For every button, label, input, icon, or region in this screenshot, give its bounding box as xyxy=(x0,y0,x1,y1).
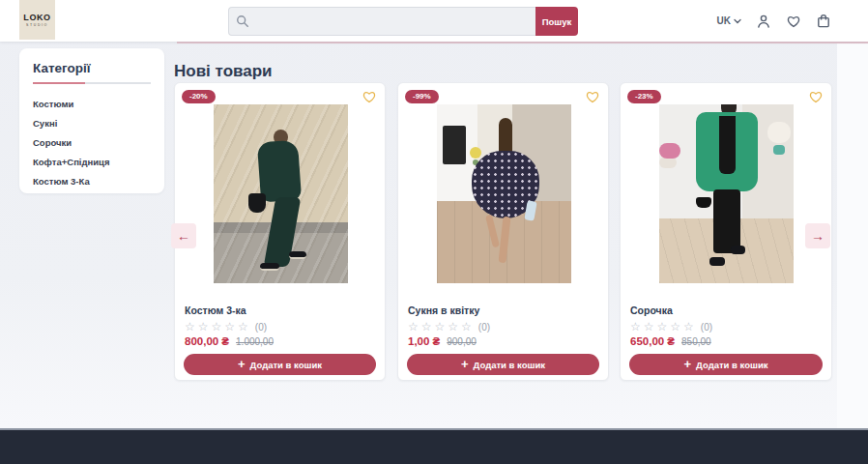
old-price: 900,00 xyxy=(447,336,477,347)
loafer xyxy=(709,257,725,266)
old-price: 1.000,00 xyxy=(236,336,274,347)
product-rating: ☆☆☆☆☆ (0) xyxy=(185,320,267,334)
carousel-edge xyxy=(837,44,868,428)
page-title: Нові товари xyxy=(174,62,273,81)
plus-icon: + xyxy=(683,359,691,370)
product-card: -23% Сорочка ☆☆☆☆☆ (0) 650,00 ₴ 850,00 +… xyxy=(620,82,832,381)
discount-badge: -20% xyxy=(182,90,216,103)
star-icon: ☆ xyxy=(448,320,458,334)
language-selector[interactable]: UK xyxy=(717,15,741,26)
loafer xyxy=(731,246,745,254)
add-to-cart-button[interactable]: + Додати в кошик xyxy=(184,354,376,375)
star-icon: ☆ xyxy=(224,320,235,334)
categories-list: Костюми Сукні Сорочки Кофта+Спідниця Кос… xyxy=(33,95,151,191)
add-to-cart-label: Додати в кошик xyxy=(250,360,322,370)
add-to-cart-button[interactable]: + Додати в кошик xyxy=(407,354,599,375)
current-price: 650,00 ₴ xyxy=(630,335,675,347)
star-icon: ☆ xyxy=(212,320,222,334)
categories-panel: Категорії Костюми Сукні Сорочки Кофта+Сп… xyxy=(19,48,164,193)
chevron-down-icon xyxy=(734,18,741,24)
discount-badge: -23% xyxy=(627,90,661,103)
star-icon: ☆ xyxy=(238,320,248,334)
header-actions: UK xyxy=(717,0,831,42)
star-icon: ☆ xyxy=(630,320,641,334)
flower-vase xyxy=(470,147,481,159)
handbag xyxy=(248,193,266,213)
search-bar: Пошук xyxy=(228,7,578,36)
product-photo[interactable] xyxy=(214,104,348,283)
model-legs xyxy=(499,217,511,264)
star-icon: ☆ xyxy=(421,320,432,334)
wishlist-heart-icon[interactable] xyxy=(808,89,824,104)
wishlist-heart-icon[interactable] xyxy=(585,89,600,104)
sneaker xyxy=(260,263,279,271)
logo-text: LOKO xyxy=(23,13,50,22)
product-photo[interactable] xyxy=(659,104,794,283)
star-icon: ☆ xyxy=(435,320,446,334)
plus-icon: + xyxy=(461,359,469,370)
tv-screen xyxy=(443,126,466,164)
page-footer xyxy=(0,428,868,464)
current-price: 800,00 ₴ xyxy=(185,335,229,347)
product-card: -20% Костюм 3-ка ☆☆☆☆☆ (0) 800,00 ₴ 1.00… xyxy=(174,82,386,381)
product-title[interactable]: Сукня в квітку xyxy=(408,304,479,316)
header-shadow xyxy=(177,42,868,44)
price-row: 650,00 ₴ 850,00 xyxy=(630,335,711,347)
sidebar-item-sorochky[interactable]: Сорочки xyxy=(33,133,151,153)
star-icon: ☆ xyxy=(185,320,195,334)
star-icon: ☆ xyxy=(683,320,694,334)
wishlist-heart-icon[interactable] xyxy=(362,89,377,104)
sidebar-item-kofta-spidnytsia[interactable]: Кофта+Спідниця xyxy=(33,153,151,172)
top-header: LOKO STUDIO Пошук UK xyxy=(0,0,868,42)
search-input[interactable] xyxy=(228,7,535,36)
star-icon: ☆ xyxy=(408,320,419,334)
handbag xyxy=(696,197,711,208)
wishlist-icon[interactable] xyxy=(786,14,801,29)
add-to-cart-label: Додати в кошик xyxy=(474,360,545,370)
product-title[interactable]: Костюм 3-ка xyxy=(185,304,246,316)
star-icon: ☆ xyxy=(461,320,472,334)
rating-count: (0) xyxy=(255,322,267,333)
tulip-bouquet xyxy=(767,122,791,143)
price-row: 1,00 ₴ 900,00 xyxy=(408,335,477,347)
categories-title: Категорії xyxy=(33,61,151,75)
account-icon[interactable] xyxy=(756,14,771,29)
sidebar-item-kostyumy[interactable]: Костюми xyxy=(33,95,151,114)
model-leg xyxy=(485,215,500,248)
star-icon: ☆ xyxy=(198,320,209,334)
discount-badge: -99% xyxy=(405,90,439,103)
black-top xyxy=(719,116,736,174)
current-price: 1,00 ₴ xyxy=(408,335,440,347)
sidebar-item-sukni[interactable]: Сукні xyxy=(33,114,151,133)
store-logo[interactable]: LOKO STUDIO xyxy=(19,0,55,40)
star-icon: ☆ xyxy=(657,320,668,334)
product-rating: ☆☆☆☆☆ (0) xyxy=(408,320,490,334)
categories-divider xyxy=(33,82,151,84)
add-to-cart-button[interactable]: + Додати в кошик xyxy=(629,354,823,375)
carousel-next-button[interactable]: → xyxy=(805,223,830,248)
star-icon: ☆ xyxy=(670,320,680,334)
carousel-prev-button[interactable]: ← xyxy=(171,223,196,248)
logo-subtext: STUDIO xyxy=(26,22,48,28)
product-rating: ☆☆☆☆☆ (0) xyxy=(630,320,712,334)
clutch-bag xyxy=(524,200,536,220)
product-title[interactable]: Сорочка xyxy=(630,304,673,316)
product-card: -99% Сукня в квітку ☆☆☆☆☆ (0) 1,00 ₴ 900… xyxy=(397,82,609,381)
flowers-left xyxy=(659,143,680,159)
search-button[interactable]: Пошук xyxy=(535,7,578,36)
rating-count: (0) xyxy=(701,322,712,333)
arrow-right-icon: → xyxy=(811,228,825,244)
sidebar-item-kostyum-3ka[interactable]: Костюм 3-Ка xyxy=(33,172,151,191)
old-price: 850,00 xyxy=(681,336,711,347)
arrow-left-icon: ← xyxy=(177,228,190,244)
plus-icon: + xyxy=(238,359,246,370)
price-row: 800,00 ₴ 1.000,00 xyxy=(185,335,274,347)
storefront-page: { "header": { "logo_line1": "LOKO", "log… xyxy=(0,0,868,464)
black-leggings xyxy=(713,189,740,253)
sneaker xyxy=(289,251,306,259)
rating-count: (0) xyxy=(478,322,490,333)
language-label: UK xyxy=(717,15,731,26)
product-photo[interactable] xyxy=(437,104,571,283)
cart-bag-icon[interactable] xyxy=(816,14,831,29)
add-to-cart-label: Додати в кошик xyxy=(696,360,767,370)
